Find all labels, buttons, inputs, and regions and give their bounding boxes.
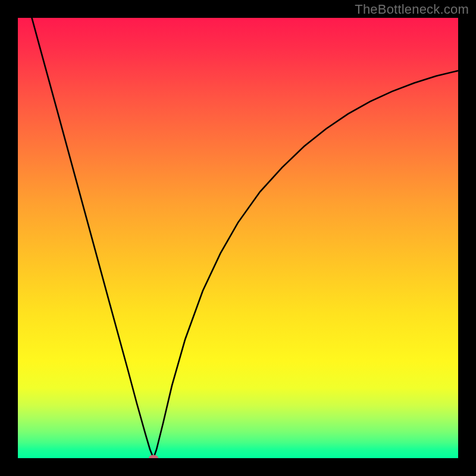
plot-area xyxy=(18,18,458,458)
chart-frame: TheBottleneck.com xyxy=(0,0,476,476)
minimum-marker xyxy=(149,455,158,459)
bottleneck-curve xyxy=(18,18,458,458)
watermark-label: TheBottleneck.com xyxy=(355,2,469,17)
curve-line xyxy=(22,18,458,458)
